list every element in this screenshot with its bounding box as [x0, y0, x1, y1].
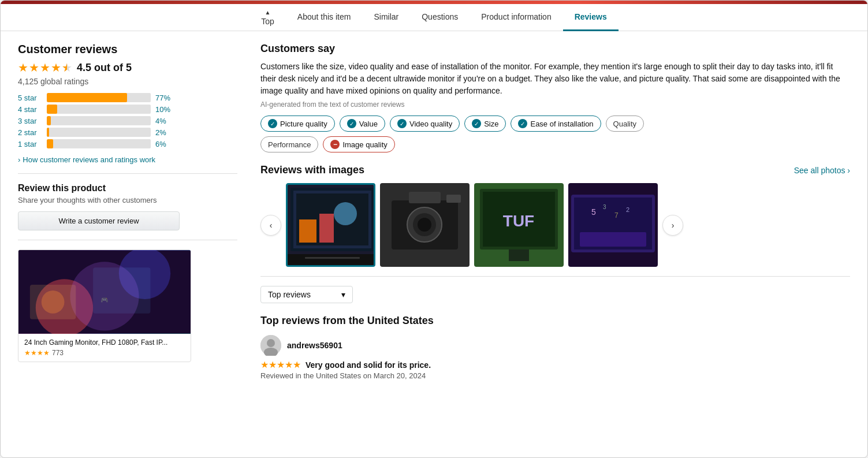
star-3: ★ — [40, 61, 50, 75]
product-image-svg: 🎮 — [18, 250, 191, 334]
bar-label-2star[interactable]: 2 star — [18, 128, 42, 137]
star-1: ★ — [18, 61, 28, 75]
tab-about[interactable]: About this item — [286, 4, 363, 31]
review-product-title: Review this product — [18, 183, 237, 193]
images-carousel: ‹ — [260, 183, 850, 267]
bar-track-3star — [47, 116, 151, 125]
bar-track-2star — [47, 128, 151, 137]
bar-pct-5star[interactable]: 77% — [155, 94, 170, 102]
review-product-subtitle: Share your thoughts with other customers — [18, 196, 237, 204]
review-image-2[interactable] — [380, 183, 470, 267]
product-card-info: 24 Inch Gaming Monitor, FHD 1080P, Fast … — [18, 334, 191, 362]
right-column: Customers say Customers like the size, v… — [260, 43, 850, 380]
bar-fill-5star — [47, 93, 127, 102]
bar-pct-4star[interactable]: 10% — [155, 105, 170, 114]
check-icon: ✓ — [268, 119, 277, 128]
bar-label-4star[interactable]: 4 star — [18, 105, 42, 114]
rating-bars: 5 star 77% 4 star 10% 3 star — [18, 93, 237, 148]
review-image-1[interactable] — [286, 183, 375, 267]
svg-point-15 — [334, 202, 357, 225]
ai-generated-note: AI-generated from the text of customer r… — [260, 100, 850, 109]
stars: ★ ★ ★ ★ ★ ★ — [18, 61, 72, 75]
tag-performance[interactable]: Performance — [260, 136, 318, 152]
review-star-icons: ★★★★★ — [260, 359, 301, 370]
svg-rect-13 — [299, 219, 316, 243]
review-date: Reviewed in the United States on March 2… — [260, 371, 850, 380]
svg-rect-17 — [305, 257, 360, 259]
svg-text:7: 7 — [614, 211, 619, 219]
tags-container-row2: Performance − Image quality — [260, 136, 850, 152]
star-4: ★ — [51, 61, 61, 75]
review-image-4[interactable]: 5 3 7 2 — [568, 183, 658, 267]
tab-reviews[interactable]: Reviews — [563, 4, 619, 31]
tag-image-quality[interactable]: − Image quality — [323, 136, 394, 152]
tag-quality-label: Quality — [613, 120, 636, 128]
bar-fill-3star — [47, 116, 51, 125]
tag-quality[interactable]: Quality — [606, 116, 644, 132]
review-image-3[interactable]: TUF — [474, 183, 564, 267]
svg-text:🎮: 🎮 — [100, 296, 109, 304]
star-5-half: ★ ★ — [62, 61, 72, 75]
bar-track-5star — [47, 93, 151, 102]
customers-say-text: Customers like the size, video quality a… — [260, 61, 850, 97]
bar-pct-3star[interactable]: 4% — [155, 117, 166, 125]
bar-pct-1star[interactable]: 6% — [155, 140, 166, 148]
rating-value: 4.5 out of 5 — [77, 62, 132, 74]
how-ratings-work-link[interactable]: › How customer reviews and ratings work — [18, 155, 237, 164]
tag-picture-quality[interactable]: ✓ Picture quality — [260, 116, 335, 132]
tab-product-info[interactable]: Product information — [470, 4, 562, 31]
carousel-next-button[interactable]: › — [662, 215, 683, 236]
bar-pct-2star[interactable]: 2% — [155, 128, 166, 137]
reviews-with-images-title: Reviews with images — [260, 164, 364, 176]
divider-1 — [18, 173, 237, 174]
carousel-prev-button[interactable]: ‹ — [260, 215, 281, 236]
review-title: Very good and solid for its price. — [306, 360, 431, 370]
product-card-name: 24 Inch Gaming Monitor, FHD 1080P, Fast … — [24, 338, 185, 347]
tab-similar[interactable]: Similar — [362, 4, 410, 31]
reviews-divider — [260, 276, 850, 277]
product-card-star-rating: ★★★★ — [24, 349, 50, 357]
product-card-image[interactable]: 🎮 — [18, 250, 191, 334]
svg-rect-33 — [580, 232, 646, 247]
tag-performance-label: Performance — [268, 140, 311, 149]
tab-questions[interactable]: Questions — [410, 4, 470, 31]
rating-bar-2star: 2 star 2% — [18, 128, 237, 137]
tab-top[interactable]: ▲ Top — [249, 5, 286, 31]
tags-container: ✓ Picture quality ✓ Value ✓ Video qualit… — [260, 116, 850, 132]
review-product-section: Review this product Share your thoughts … — [18, 183, 237, 230]
main-content: Customer reviews ★ ★ ★ ★ ★ ★ 4.5 out of … — [1, 31, 867, 392]
product-card-image-inner: 🎮 — [18, 250, 191, 334]
review-stars-row: ★★★★★ Very good and solid for its price. — [260, 359, 850, 370]
check-icon: ✓ — [347, 119, 356, 128]
star-rating-row: ★ ★ ★ ★ ★ ★ 4.5 out of 5 — [18, 61, 237, 75]
tag-video-quality[interactable]: ✓ Video quality — [390, 116, 460, 132]
svg-text:3: 3 — [603, 204, 606, 210]
divider-2 — [18, 240, 237, 240]
tag-value[interactable]: ✓ Value — [340, 116, 385, 132]
bar-label-1star[interactable]: 1 star — [18, 140, 42, 148]
check-icon: ✓ — [518, 119, 527, 128]
minus-icon: − — [330, 140, 340, 149]
svg-text:TUF: TUF — [503, 212, 534, 230]
reviewer-name: andrews56901 — [287, 341, 342, 350]
tag-ease-label: Ease of installation — [530, 120, 593, 128]
top-reviews-dropdown[interactable]: Top reviews ▾ — [260, 286, 353, 303]
customers-say-title: Customers say — [260, 43, 850, 55]
bar-label-3star[interactable]: 3 star — [18, 117, 42, 125]
svg-point-39 — [267, 339, 275, 347]
svg-rect-14 — [319, 214, 334, 243]
chevron-up-icon: ▲ — [265, 9, 271, 16]
tag-size[interactable]: ✓ Size — [464, 116, 506, 132]
reviews-with-images-header: Reviews with images See all photos › — [260, 164, 850, 176]
reviewer-avatar — [260, 335, 281, 356]
review-images-row: TUF 5 3 — [286, 183, 658, 267]
svg-point-5 — [42, 291, 65, 314]
bar-track-4star — [47, 105, 151, 114]
tag-video-quality-label: Video quality — [409, 120, 452, 128]
reviewer-row: andrews56901 — [260, 335, 850, 356]
tag-ease-of-installation[interactable]: ✓ Ease of installation — [511, 116, 601, 132]
write-review-button[interactable]: Write a customer review — [18, 211, 180, 230]
see-all-photos-link[interactable]: See all photos › — [794, 166, 850, 175]
svg-text:2: 2 — [626, 206, 629, 213]
bar-label-5star[interactable]: 5 star — [18, 94, 42, 102]
